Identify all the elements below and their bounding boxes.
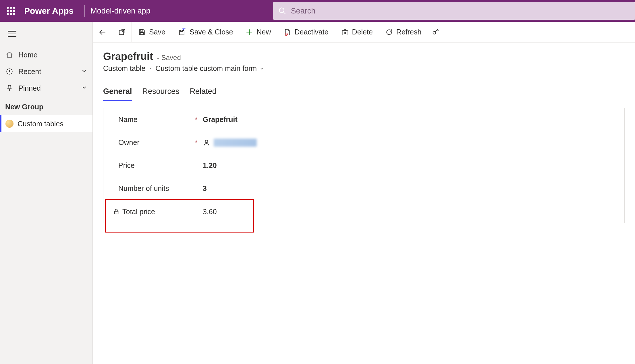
save-close-label: Save & Close (190, 28, 233, 36)
divider (84, 5, 85, 17)
plus-icon (246, 28, 253, 36)
form-tabs: General Resources Related (93, 75, 635, 101)
save-close-icon (178, 28, 186, 36)
popout-icon (118, 28, 126, 36)
refresh-icon (385, 28, 393, 36)
form-selector[interactable]: Custom table custom main form (155, 64, 265, 73)
tab-general[interactable]: General (103, 87, 132, 101)
nav-home[interactable]: Home (0, 47, 92, 63)
waffle-icon (7, 7, 15, 15)
nav-home-label: Home (18, 51, 38, 59)
home-icon (5, 51, 14, 59)
new-button[interactable]: New (239, 22, 277, 42)
app-launcher-button[interactable] (0, 0, 22, 22)
command-bar: Save Save & Close New Deactivate Delete … (93, 22, 635, 42)
deactivate-label: Deactivate (294, 28, 328, 36)
svg-rect-7 (140, 30, 143, 31)
separator: · (149, 64, 151, 73)
form-section: Name * Grapefruit Owner * (103, 108, 625, 223)
trash-icon (341, 28, 349, 36)
required-indicator: * (194, 139, 199, 147)
field-total-value: 3.60 (199, 208, 217, 216)
nav-group-label: New Group (0, 96, 92, 115)
field-price[interactable]: Price 1.20 (103, 154, 624, 177)
nav-recent[interactable]: Recent (0, 63, 92, 80)
app-name-label: Model-driven app (90, 7, 150, 16)
tab-related[interactable]: Related (190, 87, 217, 101)
svg-point-22 (433, 31, 436, 34)
record-title: Grapefruit (103, 51, 153, 63)
new-label: New (256, 28, 271, 36)
field-price-value: 1.20 (199, 161, 217, 170)
refresh-button[interactable]: Refresh (379, 22, 428, 42)
svg-rect-26 (115, 211, 118, 214)
field-name-label: Name (118, 115, 138, 124)
tab-resources[interactable]: Resources (142, 87, 180, 101)
field-price-label: Price (118, 161, 135, 170)
nav-custom-tables-label: Custom tables (18, 120, 63, 128)
save-button[interactable]: Save (132, 22, 172, 42)
required-indicator: * (194, 116, 199, 124)
key-icon (432, 28, 440, 36)
nav-collapse-button[interactable] (5, 27, 19, 41)
svg-rect-8 (140, 32, 144, 35)
brand-label: Power Apps (22, 6, 79, 16)
search-icon (278, 7, 286, 15)
record-header: Grapefruit - Saved Custom table · Custom… (93, 42, 635, 75)
clock-icon (5, 68, 14, 75)
save-close-button[interactable]: Save & Close (172, 22, 239, 42)
field-name-value: Grapefruit (199, 115, 238, 124)
field-total-label: Total price (122, 208, 155, 216)
field-units[interactable]: Number of units 3 (103, 177, 624, 200)
global-header: Power Apps Model-driven app (0, 0, 635, 22)
site-map: Home Recent Pinned New Group Custom tabl… (0, 22, 93, 364)
nav-pinned-label: Pinned (18, 84, 41, 92)
entity-name: Custom table (103, 64, 145, 73)
refresh-label: Refresh (396, 28, 422, 36)
svg-point-25 (205, 140, 208, 143)
save-icon (138, 28, 146, 36)
nav-pinned[interactable]: Pinned (0, 80, 92, 96)
nav-custom-tables[interactable]: Custom tables (0, 115, 92, 132)
global-search[interactable] (273, 2, 635, 20)
field-owner-label: Owner (118, 138, 140, 147)
main-content: Save Save & Close New Deactivate Delete … (93, 22, 635, 364)
form-name-label: Custom table custom main form (155, 64, 257, 73)
lock-icon (113, 208, 119, 215)
deactivate-icon (283, 28, 291, 36)
search-input[interactable] (291, 7, 630, 16)
back-button[interactable] (93, 22, 112, 42)
pin-icon (5, 84, 14, 92)
person-icon (203, 139, 210, 146)
chevron-down-icon (81, 67, 87, 76)
field-owner-value (214, 139, 257, 147)
chevron-down-icon (81, 84, 87, 92)
svg-rect-9 (180, 30, 182, 32)
svg-rect-15 (343, 30, 347, 35)
svg-point-0 (279, 8, 284, 13)
deactivate-button[interactable]: Deactivate (277, 22, 335, 42)
delete-label: Delete (352, 28, 373, 36)
chevron-down-icon (259, 66, 265, 71)
entity-icon (5, 120, 13, 128)
svg-line-24 (437, 30, 439, 31)
svg-line-1 (283, 12, 285, 14)
field-owner[interactable]: Owner * (103, 131, 624, 154)
record-save-status: - Saved (157, 54, 181, 62)
save-label: Save (149, 28, 165, 36)
arrow-left-icon (98, 28, 107, 36)
delete-button[interactable]: Delete (335, 22, 379, 42)
field-total-price: Total price 3.60 (103, 200, 624, 223)
field-units-value: 3 (199, 184, 207, 193)
check-access-button[interactable] (428, 22, 444, 42)
field-units-label: Number of units (118, 184, 169, 193)
open-new-window-button[interactable] (112, 22, 132, 42)
field-name[interactable]: Name * Grapefruit (103, 108, 624, 131)
nav-recent-label: Recent (18, 67, 41, 76)
